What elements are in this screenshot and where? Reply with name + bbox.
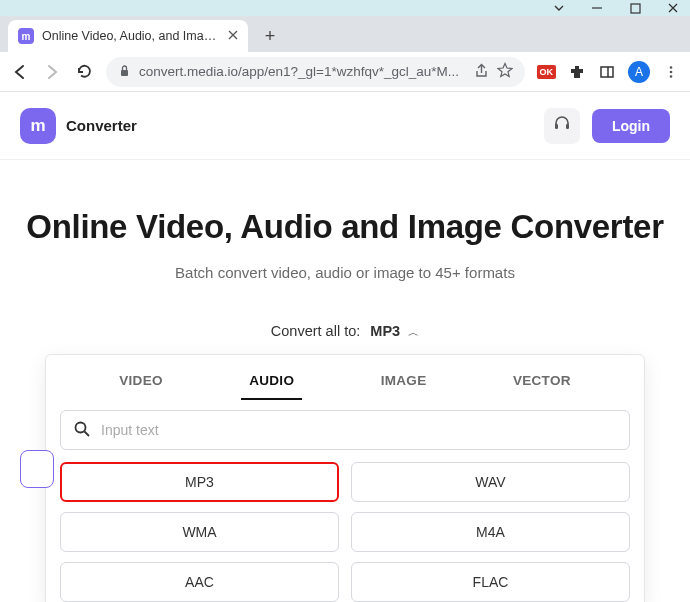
browser-toolbar: convert.media.io/app/en1?_gl=1*wzhfqv*_g… [0,52,690,92]
hero-section: Online Video, Audio and Image Converter … [0,160,690,311]
login-button[interactable]: Login [592,109,670,143]
window-titlebar [0,0,690,16]
tab-close-icon[interactable] [228,29,238,43]
support-button[interactable] [544,108,580,144]
back-button[interactable] [10,62,30,82]
address-bar[interactable]: convert.media.io/app/en1?_gl=1*wzhfqv*_g… [106,57,525,87]
choose-files-stub[interactable] [20,450,54,488]
svg-point-6 [670,70,673,73]
svg-rect-9 [566,124,569,129]
new-tab-button[interactable]: + [256,22,284,50]
svg-point-7 [670,75,673,78]
close-icon[interactable] [666,1,680,15]
format-dropdown-panel: VIDEO AUDIO IMAGE VECTOR Input text MP3 … [45,354,645,602]
reload-button[interactable] [74,62,94,82]
svg-rect-8 [555,124,558,129]
lock-icon [118,64,131,80]
sidepanel-icon[interactable] [598,63,616,81]
profile-avatar[interactable]: A [628,61,650,83]
extension-badge[interactable]: OK [537,65,557,79]
format-option-m4a[interactable]: M4A [351,512,630,552]
star-icon[interactable] [497,62,513,81]
tab-vector[interactable]: VECTOR [505,367,579,400]
search-placeholder: Input text [101,422,159,438]
app-header: m Converter Login [0,92,690,160]
app-name: Converter [66,117,137,134]
url-text: convert.media.io/app/en1?_gl=1*wzhfqv*_g… [139,64,466,79]
headset-icon [552,114,572,138]
format-grid: MP3 WAV WMA M4A AAC FLAC [46,458,644,602]
minimize-icon[interactable] [590,1,604,15]
svg-point-10 [76,422,86,432]
page-title: Online Video, Audio and Image Converter [20,208,670,246]
format-option-mp3[interactable]: MP3 [60,462,339,502]
tab-title: Online Video, Audio, and Image C [42,29,220,43]
menu-icon[interactable] [662,63,680,81]
maximize-icon[interactable] [628,1,642,15]
browser-tabstrip: m Online Video, Audio, and Image C + [0,16,690,52]
convert-selected-format: MP3 [370,323,400,339]
extensions-icon[interactable] [568,63,586,81]
browser-tab[interactable]: m Online Video, Audio, and Image C [8,20,248,52]
svg-rect-2 [121,70,128,76]
chevron-up-icon: ︿ [408,326,419,338]
svg-line-11 [85,431,90,436]
format-option-flac[interactable]: FLAC [351,562,630,602]
page-subtitle: Batch convert video, audio or image to 4… [20,264,670,281]
chevron-down-icon[interactable] [552,1,566,15]
svg-rect-3 [601,67,613,77]
format-category-tabs: VIDEO AUDIO IMAGE VECTOR [46,355,644,400]
svg-rect-1 [631,4,640,13]
app-logo-icon[interactable]: m [20,108,56,144]
convert-to-selector[interactable]: Convert all to: MP3 ︿ [0,323,690,340]
format-option-wav[interactable]: WAV [351,462,630,502]
forward-button[interactable] [42,62,62,82]
search-icon [73,420,91,441]
share-icon[interactable] [474,63,489,81]
svg-point-5 [670,66,673,69]
format-search-input[interactable]: Input text [60,410,630,450]
format-option-aac[interactable]: AAC [60,562,339,602]
tab-video[interactable]: VIDEO [111,367,171,400]
format-option-wma[interactable]: WMA [60,512,339,552]
tab-image[interactable]: IMAGE [373,367,435,400]
convert-prefix: Convert all to: [271,323,360,339]
tab-audio[interactable]: AUDIO [241,367,302,400]
favicon-icon: m [18,28,34,44]
